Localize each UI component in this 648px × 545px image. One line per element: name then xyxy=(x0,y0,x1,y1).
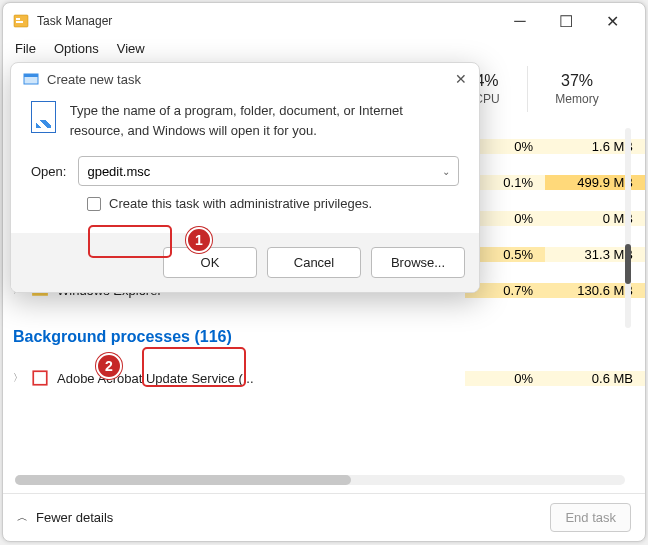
create-new-task-dialog: Create new task ✕ Type the name of a pro… xyxy=(10,62,480,293)
annotation-badge-2: 2 xyxy=(96,353,122,379)
admin-label: Create this task with administrative pri… xyxy=(109,196,372,211)
browse-button[interactable]: Browse... xyxy=(371,247,465,278)
background-processes-header[interactable]: Background processes (116) xyxy=(13,328,645,346)
dialog-close-button[interactable]: ✕ xyxy=(455,71,467,87)
open-label: Open: xyxy=(31,164,66,179)
chevron-down-icon[interactable]: ⌄ xyxy=(442,166,450,177)
svg-rect-2 xyxy=(16,21,23,23)
window-title: Task Manager xyxy=(37,14,497,28)
expand-icon[interactable]: 〉 xyxy=(13,371,31,385)
open-value: gpedit.msc xyxy=(87,164,150,179)
menu-view[interactable]: View xyxy=(117,41,145,56)
ok-button[interactable]: OK xyxy=(163,247,257,278)
menubar: File Options View xyxy=(3,39,645,62)
footer: ︿ Fewer details End task xyxy=(3,493,645,541)
minimize-button[interactable]: ─ xyxy=(497,6,543,36)
menu-file[interactable]: File xyxy=(15,41,36,56)
end-task-button[interactable]: End task xyxy=(550,503,631,532)
annotation-badge-1: 1 xyxy=(186,227,212,253)
svg-rect-1 xyxy=(16,18,20,20)
svg-rect-5 xyxy=(24,74,38,77)
dialog-description: Type the name of a program, folder, docu… xyxy=(70,101,459,140)
fewer-details-button[interactable]: ︿ Fewer details xyxy=(17,510,113,525)
open-combobox[interactable]: gpedit.msc ⌄ xyxy=(78,156,459,186)
task-manager-icon xyxy=(13,13,29,29)
titlebar: Task Manager ─ ☐ ✕ xyxy=(3,3,645,39)
highlight-ok xyxy=(142,347,246,387)
horizontal-scrollbar[interactable] xyxy=(15,475,625,485)
maximize-button[interactable]: ☐ xyxy=(543,6,589,36)
dialog-icon xyxy=(23,71,39,87)
app-icon xyxy=(31,369,49,387)
vertical-scrollbar[interactable] xyxy=(625,128,631,328)
svg-rect-3 xyxy=(33,371,47,385)
memory-column-header[interactable]: 37% Memory xyxy=(527,72,627,106)
run-icon xyxy=(31,101,56,133)
close-button[interactable]: ✕ xyxy=(589,6,635,36)
cancel-button[interactable]: Cancel xyxy=(267,247,361,278)
menu-options[interactable]: Options xyxy=(54,41,99,56)
admin-checkbox[interactable] xyxy=(87,197,101,211)
highlight-input xyxy=(88,225,172,258)
chevron-up-icon: ︿ xyxy=(17,510,28,525)
dialog-title: Create new task xyxy=(47,72,141,87)
